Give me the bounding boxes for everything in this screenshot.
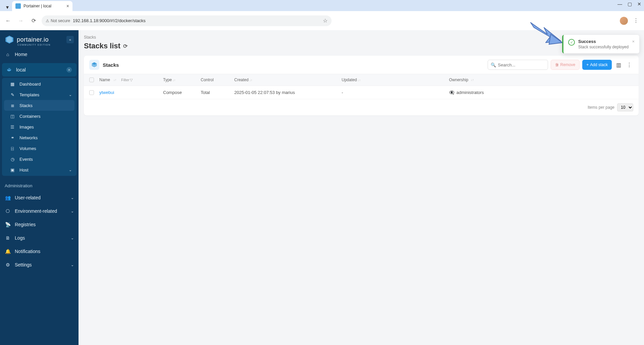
panel-header: Stacks 🔍 × 🗑 Remove + Add stack [84,56,639,74]
col-updated[interactable]: Updated↓↑ [342,78,449,82]
plus-icon: + [586,62,589,67]
more-menu-icon[interactable]: ⋮ [625,61,633,69]
nav-label: Dashboard [19,82,41,87]
refresh-icon[interactable]: ⟳ [123,43,128,49]
nav-label: Templates [19,92,39,97]
nav-home[interactable]: ⌂ Home [0,48,79,61]
layers-icon [89,60,99,70]
nav-host[interactable]: ▣Host⌄ [2,164,77,175]
nav-label: Notifications [15,249,40,254]
app-root: portainer.io COMMUNITY EDITION « ⌂ Home … [0,30,644,345]
env-selector[interactable]: local × [2,63,77,77]
col-type[interactable]: Type↓↑ [163,78,201,82]
nav-label: Networks [19,135,38,140]
panel-title: Stacks [103,62,119,68]
window-controls: ― ▢ ✕ [617,1,641,7]
search-field[interactable] [498,62,554,67]
col-created[interactable]: Created↓↑ [234,78,342,82]
logo[interactable]: portainer.io COMMUNITY EDITION « [0,35,79,48]
favicon-icon [15,3,21,9]
nav-logs[interactable]: 🗎Logs⌄ [0,231,79,245]
page-title-text: Stacks list [84,42,120,50]
col-check [89,78,99,82]
panel-footer: Items per page 10 [84,99,639,115]
stacks-icon: ≣ [9,103,15,108]
per-page-select[interactable]: 10 [617,103,633,111]
header-ownership: Ownership [449,78,468,82]
success-check-icon: ✓ [568,39,575,46]
sort-icon: ↓↑ [249,79,252,82]
add-stack-button[interactable]: + Add stack [582,60,612,70]
nav-events[interactable]: ◷Events [2,154,77,164]
admin-header: Administration [0,177,79,191]
row-checkbox[interactable] [89,90,94,95]
host-icon: ▣ [9,167,15,172]
nav-settings[interactable]: ⚙Settings⌄ [0,258,79,272]
stack-link[interactable]: ytwebui [99,90,114,95]
address-bar[interactable]: ⚠ Not secure 192.168.1.18:9000/#!/2/dock… [42,15,332,26]
col-ownership[interactable]: Ownership↓↑ [449,78,633,82]
search-input[interactable]: 🔍 × [488,60,548,70]
nav-containers[interactable]: ◫Containers [2,111,77,121]
containers-icon: ◫ [9,114,15,119]
header-type: Type [163,78,172,82]
sort-icon: ↓↑ [471,78,474,82]
remove-button[interactable]: 🗑 Remove [551,60,580,70]
sidebar-collapse-button[interactable]: « [66,36,74,43]
nav-label: Containers [19,114,41,119]
browser-menu-icon[interactable]: ⋮ [631,16,641,26]
nav-forward-icon[interactable]: → [16,16,26,26]
nav-label: Registries [15,222,36,227]
ownership-text: administrators [456,90,484,95]
window-maximize-icon[interactable]: ▢ [628,1,632,7]
nav-images[interactable]: ☰Images [2,121,77,132]
templates-icon: ✎ [9,92,15,97]
events-icon: ◷ [9,157,15,162]
breadcrumb[interactable]: Stacks [84,35,639,40]
nav-env-related[interactable]: ⎔Environment-related⌄ [0,204,79,218]
filter-icon: ▽ [130,78,133,82]
nav-networks[interactable]: ⚭Networks [2,132,77,143]
env-icon: ⎔ [5,208,11,214]
cell-ownership: 👁‍🗨 administrators [449,90,633,95]
bookmark-star-icon[interactable]: ☆ [323,17,328,24]
profile-avatar[interactable] [620,17,628,25]
columns-icon[interactable]: ▥ [614,61,623,69]
nav-templates[interactable]: ✎Templates⌄ [2,89,77,100]
logo-icon [5,35,14,44]
nav-volumes[interactable]: ⌸Volumes [2,143,77,154]
cell-updated: - [342,90,449,95]
nav-reload-icon[interactable]: ⟳ [29,16,38,26]
warning-icon: ⚠ [46,18,49,23]
browser-tab[interactable]: Portainer | local × [12,1,72,11]
nav-notifications[interactable]: 🔔Notifications [0,245,79,258]
table-header: Name ↓↑ Filter ▽ Type↓↑ Control Created↓… [84,74,639,86]
env-nav-group: ▦Dashboard ✎Templates⌄ ≣Stacks ◫Containe… [2,78,77,176]
chevron-down-icon: ⌄ [69,168,72,172]
nav-label: Stacks [19,103,33,108]
brand-name: portainer.io [17,36,49,43]
window-close-icon[interactable]: ✕ [637,1,641,7]
select-all-checkbox[interactable] [89,78,94,82]
cell-created: 2025-01-05 22:07:53 by marius [234,90,342,95]
nav-dashboard[interactable]: ▦Dashboard [2,79,77,89]
panel-actions: 🔍 × 🗑 Remove + Add stack ▥ ⋮ [488,60,633,70]
tab-search-dropdown[interactable]: ▾ [3,3,11,11]
nav-label: Images [19,125,34,130]
env-close-icon[interactable]: × [66,67,72,72]
nav-registries[interactable]: 📡Registries [0,218,79,231]
nav-stacks[interactable]: ≣Stacks [4,100,75,111]
nav-home-label: Home [15,52,27,57]
toast-close-icon[interactable]: × [632,39,635,49]
tab-close-icon[interactable]: × [66,3,69,9]
stacks-panel: Stacks 🔍 × 🗑 Remove + Add stack [84,56,639,115]
sort-icon: ↓↑ [172,79,176,82]
filter-button[interactable]: Filter ▽ [121,78,133,82]
nav-user-related[interactable]: 👥User-related⌄ [0,191,79,204]
col-name[interactable]: Name ↓↑ Filter ▽ [99,78,163,82]
nav-back-icon[interactable]: ← [3,16,13,26]
nav-label: Logs [15,235,25,241]
security-badge[interactable]: ⚠ Not secure [46,18,70,23]
window-minimize-icon[interactable]: ― [617,1,622,7]
nav-label: Environment-related [15,208,57,214]
